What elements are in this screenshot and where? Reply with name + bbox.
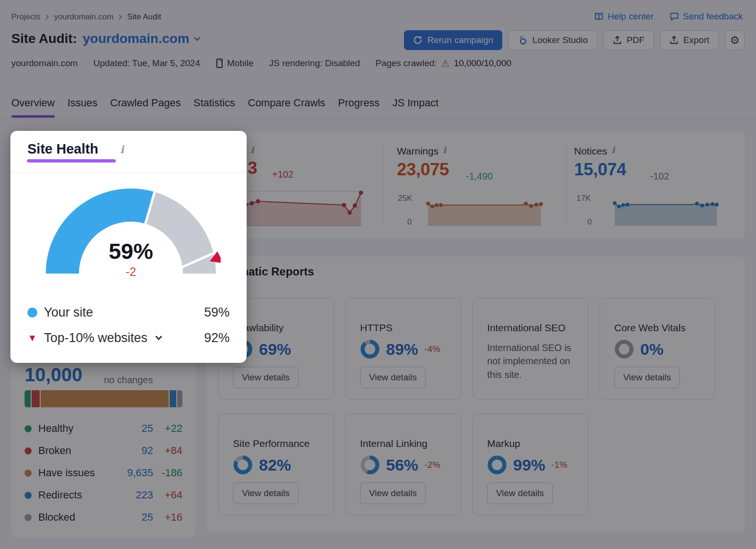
site-health-score: 59% [60, 238, 202, 264]
site-health-gauge [41, 184, 221, 278]
your-site-dot [27, 308, 37, 317]
site-audit-page: Projects yourdomain.com Site Audit Help … [0, 0, 756, 549]
info-icon[interactable]: i [120, 144, 124, 154]
site-health-title: Site Health [27, 141, 98, 157]
highlight-underline [27, 159, 116, 163]
triangle-down-icon: ▼ [27, 333, 37, 343]
divider [10, 172, 247, 173]
site-health-change: -2 [60, 265, 202, 279]
top10-value: 92% [204, 331, 230, 345]
your-site-value: 59% [204, 305, 230, 320]
your-site-row: Your site 59% [27, 304, 230, 321]
site-health-card: Site Health i 59% -2 Your site 59% ▼ Top… [10, 131, 247, 363]
chevron-down-icon[interactable] [155, 335, 163, 340]
top10-row: ▼ Top-10% websites 92% [27, 329, 230, 346]
